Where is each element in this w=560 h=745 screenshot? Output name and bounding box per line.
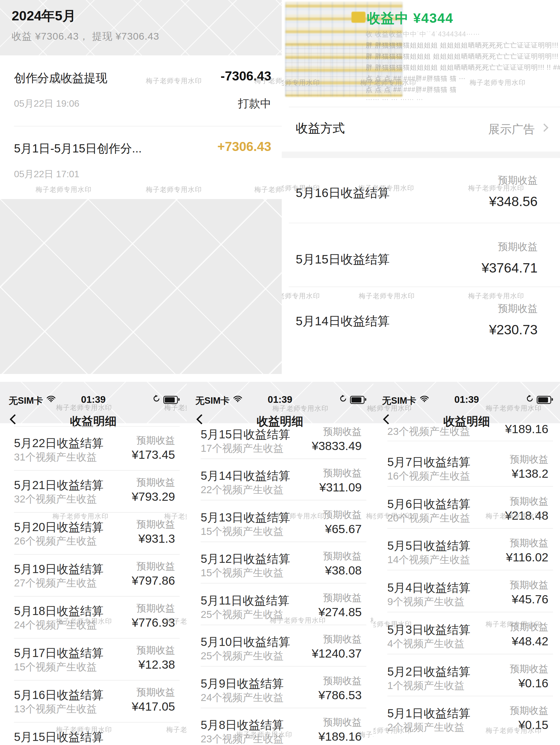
divider — [14, 554, 180, 555]
expected-income-label: 预期收益 — [136, 644, 175, 657]
divider — [14, 126, 282, 127]
watermark: 梅子老师专用水印 — [236, 730, 292, 739]
divider — [201, 583, 366, 584]
watermark: 梅子老师专用水印 — [282, 184, 320, 193]
highlight-blob — [351, 12, 366, 23]
orientation-lock-icon — [526, 395, 534, 402]
expected-income-label: 预期收益 — [136, 434, 175, 447]
income-entry-partial[interactable]: 23个视频产生收益 ¥189.16 — [373, 421, 560, 441]
withdrawal-panel: 2024年5月 收益 ¥7306.43， 提现 ¥7306.43 创作分成收益提… — [0, 0, 282, 374]
watermark: 梅子老师专用水印 — [56, 725, 112, 734]
watermark: 梅子老师专用水印 — [36, 76, 92, 86]
entry-count: 13个视频产生收益 — [14, 702, 97, 716]
income-entry[interactable]: 5月2日收益结算 1个视频产生收益 预期收益 ¥0.16 — [373, 661, 560, 702]
entry-amount: ¥0.16 — [518, 677, 548, 690]
expected-income-label: 预期收益 — [498, 302, 537, 315]
entry-amount: ¥116.02 — [506, 551, 548, 564]
divider — [14, 638, 180, 639]
entry-amount: ¥38.08 — [325, 564, 362, 577]
income-entry[interactable]: 5月12日收益结算 15个视频产生收益 预期收益 ¥38.08 — [187, 548, 373, 589]
income-entry[interactable]: 5月14日收益结算 22个视频产生收益 预期收益 ¥311.09 — [187, 465, 373, 506]
entry-date: 5月5日收益结算 — [387, 538, 470, 554]
watermark: 梅子老师专用水印 — [254, 76, 282, 86]
entry-amount: ¥797.86 — [132, 574, 175, 588]
entry-date: 5月15日收益结算 — [201, 426, 290, 443]
entry-amount: ¥786.53 — [318, 688, 362, 702]
entry-date: 5月22日收益结算 — [14, 435, 103, 451]
settlement-row[interactable]: 预期收益 5月14日收益结算 ¥230.73 — [282, 302, 560, 354]
entry-date: 5月21日收益结算 — [14, 477, 103, 493]
income-entry[interactable]: 5月20日收益结算 26个视频产生收益 预期收益 ¥931.3 — [0, 516, 187, 558]
divider — [14, 470, 180, 471]
transaction-date: 05月22日 19:06 — [14, 97, 79, 110]
watermark: 梅子老师专用水印 — [166, 617, 187, 626]
divider — [387, 696, 553, 696]
battery-icon — [350, 396, 365, 404]
expected-income-label: 预期收益 — [510, 495, 548, 508]
entry-count: 22个视频产生收益 — [201, 483, 283, 497]
expected-income-label: 预期收益 — [136, 686, 175, 699]
divider — [387, 528, 553, 529]
orientation-lock-icon — [339, 395, 347, 402]
transaction-date: 05月22日 17:01 — [14, 168, 79, 181]
income-entry[interactable]: 5月22日收益结算 31个视频产生收益 预期收益 ¥173.45 — [0, 432, 187, 474]
income-entry[interactable]: 5月15日收益结算 17个视频产生收益 预期收益 ¥3833.49 — [187, 423, 373, 465]
divider — [387, 486, 553, 487]
pending-income: 收益中 ¥4344 — [367, 9, 454, 27]
settlement-row[interactable]: 预期收益 5月16日收益结算 ¥348.56 — [282, 174, 560, 226]
glitch-text: 胖 胖猫猫猫猫姐姐姐姐 姐姐姐姐晒晒死死死亡亡证证证明明!!! !! #! #热… — [366, 41, 560, 50]
glitch-text: 收 收益收益中中˙中˙˙4˙4344344⋯⋯ — [366, 30, 480, 39]
settlement-row[interactable]: 预期收益 5月15日收益结算 ¥3764.71 — [282, 240, 560, 293]
entry-date: 5月2日收益结算 — [387, 664, 470, 680]
divider — [201, 666, 366, 667]
entry-count: 15个视频产生收益 — [14, 660, 97, 674]
entry-amount: ¥793.29 — [132, 490, 175, 504]
expected-income-label: 预期收益 — [323, 550, 362, 563]
transaction-title: 5月1日-5月15日创作分... — [14, 140, 142, 157]
battery-icon — [163, 396, 178, 404]
watermark: 梅子老师专用水印 — [486, 404, 541, 413]
divider — [387, 612, 553, 612]
income-entry[interactable]: 5月21日收益结算 32个视频产生收益 预期收益 ¥793.29 — [0, 474, 187, 516]
watermark: 梅子老师专用水印 — [146, 76, 202, 86]
glitch-text: 胖 胖猫猫猫猫姐姐姐 姐姐姐姐晒晒晒死死亡亡亡证证明明明!!! ! #! #热#… — [366, 52, 560, 61]
watermark: 梅子老师专用水印 — [366, 512, 373, 521]
income-entry[interactable]: 5月9日收益结算 24个视频产生收益 预期收益 ¥786.53 — [187, 673, 373, 714]
watermark: 梅子老师专用水印 — [270, 616, 326, 625]
entry-count: 32个视频产生收益 — [14, 492, 97, 506]
divider — [201, 542, 366, 542]
income-entry[interactable]: 5月1日收益结算 2个视频产生收益 预期收益 ¥0.15 — [373, 703, 560, 744]
income-entry[interactable]: 5月7日收益结算 16个视频产生收益 预期收益 ¥138.2 — [373, 451, 560, 493]
income-entry[interactable]: 5月19日收益结算 27个视频产生收益 预期收益 ¥797.86 — [0, 558, 187, 600]
divider — [387, 654, 553, 654]
entry-count: 17个视频产生收益 — [201, 442, 283, 455]
income-entry[interactable]: 5月10日收益结算 25个视频产生收益 预期收益 ¥1240.37 — [187, 631, 373, 673]
entry-amount: ¥65.67 — [325, 522, 362, 536]
watermark: 梅子老师专用水印 — [146, 185, 202, 194]
entry-count: 24个视频产生收益 — [201, 691, 283, 705]
income-entry[interactable]: 5月4日收益结算 9个视频产生收益 预期收益 ¥45.76 — [373, 577, 560, 618]
entry-amount: ¥189.16 — [318, 730, 362, 744]
divider — [289, 287, 560, 287]
entry-amount: ¥931.3 — [138, 532, 175, 546]
watermark: 梅子老师专用水印 — [468, 184, 524, 193]
expected-income-label: 预期收益 — [510, 453, 548, 466]
divider — [14, 680, 180, 681]
income-entry[interactable]: 5月17日收益结算 15个视频产生收益 预期收益 ¥12.38 — [0, 642, 187, 683]
watermark: 梅子老师专用水印 — [268, 512, 324, 521]
income-entry[interactable]: 5月5日收益结算 14个视频产生收益 预期收益 ¥116.02 — [373, 535, 560, 576]
expected-income-label: 预期收益 — [323, 425, 362, 439]
entry-date: 5月19日收益结算 — [14, 561, 103, 577]
income-entry[interactable]: 5月16日收益结算 13个视频产生收益 预期收益 ¥417.05 — [0, 684, 187, 725]
divider — [387, 570, 553, 571]
transaction-row[interactable]: 5月1日-5月15日创作分... +7306.43 05月22日 17:01 — [0, 140, 282, 184]
entry-amount: ¥138.2 — [512, 467, 548, 481]
entry-count: 23个视频产生收益 — [387, 425, 470, 439]
entry-count: 14个视频产生收益 — [387, 553, 470, 566]
expected-income-label: 预期收益 — [136, 602, 175, 615]
income-entry[interactable]: 5月8日收益结算 23个视频产生收益 预期收益 ¥189.16 — [187, 714, 373, 745]
settlement-amount: ¥230.73 — [489, 322, 537, 337]
phone-screenshot-1: 无SIM卡 01:39 收益明细 5月22日收益结算 31个视频产生收益 预期收… — [0, 374, 187, 745]
divider — [289, 223, 560, 223]
watermark: 梅子老师专用水印 — [360, 78, 416, 87]
